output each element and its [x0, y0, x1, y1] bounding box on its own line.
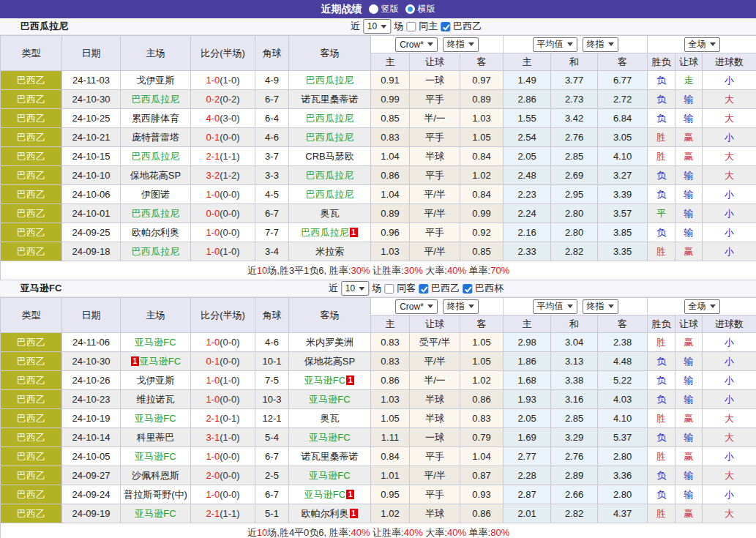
odds-home: 1.01: [371, 466, 410, 485]
league-checkbox[interactable]: [441, 22, 450, 31]
league-badge: 巴西乙: [1, 128, 62, 147]
away-team-cell[interactable]: 亚马逊FC1: [289, 485, 371, 504]
avg-draw: 2.66: [551, 485, 598, 504]
home-team-cell[interactable]: 累西腓体育: [121, 109, 191, 128]
league-badge: 巴西乙: [1, 166, 62, 185]
home-team-cell[interactable]: 戈伊亚斯: [121, 371, 191, 390]
same-venue-checkbox[interactable]: [406, 22, 416, 31]
avg-time-value: 终指: [587, 300, 605, 313]
home-team-cell[interactable]: 亚马逊FC: [121, 447, 191, 466]
away-team-cell[interactable]: 巴西瓜拉尼: [289, 185, 371, 204]
half-time-score: (0-1): [220, 413, 239, 424]
home-team-cell[interactable]: 伊图诺: [121, 185, 191, 204]
away-team-cell[interactable]: 巴西瓜拉尼: [289, 71, 371, 90]
home-team-cell[interactable]: 巴西瓜拉尼: [121, 204, 191, 223]
red-card-badge: 1: [350, 228, 358, 237]
away-team-cell[interactable]: 亚马逊FC: [289, 428, 371, 447]
bookmaker-select[interactable]: Crow*: [395, 299, 438, 314]
odds-time-value: 终指: [447, 38, 465, 51]
result-handicap: 输: [675, 109, 703, 128]
away-team-cell[interactable]: 奥瓦: [289, 204, 371, 223]
home-team-cell[interactable]: 沙佩科恩斯: [121, 466, 191, 485]
summary-text-segment: 单率:: [466, 265, 490, 276]
away-team-cell[interactable]: 巴西瓜拉尼: [289, 128, 371, 147]
away-team-cell[interactable]: 亚马逊FC1: [289, 371, 371, 390]
away-team-cell[interactable]: 巴西瓜拉尼: [289, 166, 371, 185]
average-select[interactable]: 平均值: [533, 37, 577, 52]
home-team-cell[interactable]: 亚马逊FC: [121, 409, 191, 428]
half-time-score: (0-0): [220, 132, 239, 143]
match-count-select[interactable]: 10: [341, 281, 369, 296]
full-time-score: 0-1: [206, 356, 220, 367]
filter-controls: 近 10 场 同主 巴西乙: [351, 19, 482, 34]
radio-vertical-icon[interactable]: [369, 4, 378, 14]
odds-time-select[interactable]: 终指: [443, 299, 479, 314]
home-team-cell[interactable]: 1亚马逊FC: [121, 352, 191, 371]
radio-horizontal-icon[interactable]: [405, 4, 415, 14]
away-team-cell[interactable]: 米内罗美洲: [289, 333, 371, 352]
avg-away: 4.10: [598, 409, 648, 428]
title-bar: 近期战绩 竖版 横版: [0, 0, 756, 18]
home-team-cell[interactable]: 欧帕尔利奥: [121, 223, 191, 242]
league-checkbox[interactable]: [419, 284, 428, 294]
odds-handicap: 平/半: [410, 242, 460, 261]
away-team-cell[interactable]: CRB马瑟欧: [289, 147, 371, 166]
match-row: 巴西乙24-11-06亚马逊FC1-0(0-0)4-6米内罗美洲0.83受平/半…: [1, 333, 756, 352]
avg-away: 4.37: [598, 504, 648, 523]
full-match-select[interactable]: 全场: [684, 37, 720, 52]
home-team-cell[interactable]: 科里蒂巴: [121, 428, 191, 447]
avg-time-select[interactable]: 终指: [583, 37, 618, 52]
full-match-select[interactable]: 全场: [684, 299, 720, 314]
odds-time-select[interactable]: 终指: [443, 37, 479, 52]
team-name: 巴西瓜拉尼: [20, 20, 68, 33]
summary-text-segment: 10: [257, 527, 267, 538]
odds-away: 1.05: [460, 128, 504, 147]
home-team-cell[interactable]: 庞特普雷塔: [121, 128, 191, 147]
same-venue-checkbox[interactable]: [384, 284, 394, 294]
half-time-score: (0-2): [220, 94, 239, 105]
half-time-score: (1-0): [220, 246, 239, 257]
layout-vertical-option[interactable]: 竖版: [369, 3, 399, 15]
away-team-cell[interactable]: 亚马逊FC: [289, 466, 371, 485]
away-team-cell[interactable]: 诺瓦里桑蒂诺: [289, 447, 371, 466]
result-goals: 小: [703, 485, 756, 504]
home-team-cell[interactable]: 巴西瓜拉尼: [121, 90, 191, 109]
league-badge: 巴西乙: [1, 371, 62, 390]
home-team-cell[interactable]: 亚马逊FC: [121, 333, 191, 352]
layout-horizontal-option[interactable]: 横版: [405, 3, 435, 15]
home-team-cell[interactable]: 普拉斯哥野(中): [121, 485, 191, 504]
away-team-cell[interactable]: 巴西瓜拉尼: [289, 109, 371, 128]
summary-text-segment: 40%: [447, 265, 466, 276]
away-team-cell[interactable]: 巴西瓜拉尼1: [289, 223, 371, 242]
away-team-cell[interactable]: 保地花高SP: [289, 352, 371, 371]
home-team-cell[interactable]: 保地花高SP: [121, 166, 191, 185]
full-time-score: 1-0: [206, 246, 220, 257]
recent-matches-table-guarani: 类型 日期 主场 比分(半场) 角球 客场 Crow* 终指 平均值 终指 全场: [0, 35, 756, 280]
team-name-text: 亚马逊FC: [309, 394, 350, 405]
avg-time-select[interactable]: 终指: [583, 299, 618, 314]
result-handicap: 输: [675, 166, 703, 185]
away-team-cell[interactable]: 欧帕尔利奥1: [289, 504, 371, 523]
home-team-cell[interactable]: 亚马逊FC: [121, 504, 191, 523]
cup-checkbox[interactable]: [463, 284, 472, 294]
result-winlose: 负: [648, 485, 675, 504]
home-team-cell[interactable]: 维拉诺瓦: [121, 390, 191, 409]
match-date: 24-11-06: [62, 333, 121, 352]
away-team-cell[interactable]: 诺瓦里桑蒂诺: [289, 90, 371, 109]
result-winlose: 胜: [648, 333, 675, 352]
away-team-cell[interactable]: 米拉索: [289, 242, 371, 261]
bookmaker-select[interactable]: Crow*: [395, 37, 438, 52]
result-goals: 大: [703, 147, 756, 166]
average-select[interactable]: 平均值: [533, 299, 577, 314]
away-team-cell[interactable]: 亚马逊FC: [289, 390, 371, 409]
result-handicap: 输: [675, 90, 703, 109]
home-team-cell[interactable]: 巴西瓜拉尼: [121, 147, 191, 166]
team-name-text: 维拉诺瓦: [137, 394, 175, 405]
home-team-cell[interactable]: 巴西瓜拉尼: [121, 242, 191, 261]
red-card-badge: 1: [350, 509, 358, 518]
home-team-cell[interactable]: 戈伊亚斯: [121, 71, 191, 90]
col-score: 比分(半场): [191, 36, 255, 71]
team-name-text: 巴西瓜拉尼: [132, 94, 179, 105]
match-count-select[interactable]: 10: [363, 19, 391, 34]
away-team-cell[interactable]: 奥瓦: [289, 409, 371, 428]
